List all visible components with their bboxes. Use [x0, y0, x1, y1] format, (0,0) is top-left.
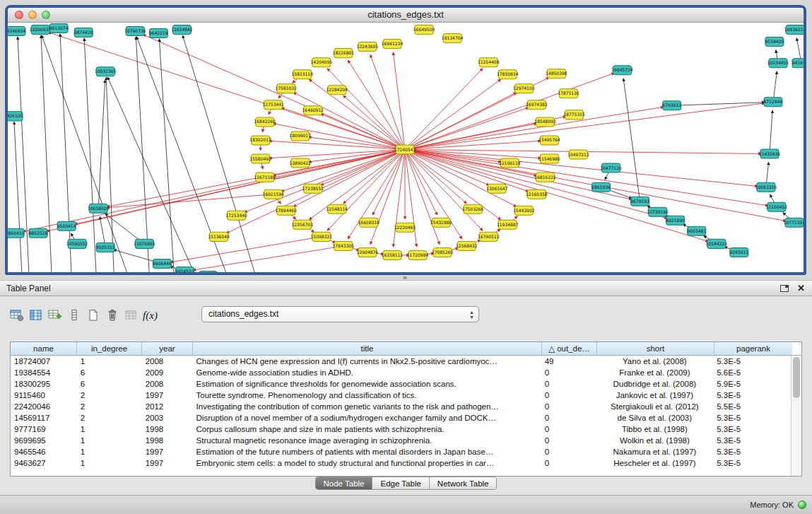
cell-title[interactable]: Estimation of significance thresholds fo…	[193, 378, 541, 390]
cell-year[interactable]: 2008	[142, 356, 193, 367]
network-node[interactable]: 11934687	[497, 220, 519, 229]
cell-out_degree[interactable]: 0	[541, 435, 596, 446]
table-scrollbar-thumb[interactable]	[793, 357, 800, 398]
cell-name[interactable]: 18724007	[11, 356, 77, 367]
network-edge[interactable]	[193, 246, 343, 270]
network-node[interactable]: 11034842	[171, 25, 193, 35]
network-node[interactable]: 15443902	[513, 206, 535, 215]
network-node[interactable]: 11435938	[759, 149, 781, 158]
network-edge[interactable]	[170, 237, 322, 262]
cell-title[interactable]: Disruption of a novel member of a sodium…	[193, 412, 541, 424]
new-file-icon[interactable]	[83, 306, 102, 325]
cell-out_degree[interactable]: 0	[541, 378, 596, 390]
cell-title[interactable]: Changes of HCN gene expression and I(f) …	[193, 356, 541, 367]
cell-in_degree[interactable]: 1	[77, 356, 142, 367]
network-node[interactable]: 10771354	[784, 218, 804, 227]
network-node[interactable]: 6793912	[662, 101, 681, 110]
network-edge[interactable]	[393, 52, 405, 149]
network-node[interactable]: 9245012	[729, 247, 748, 257]
network-node[interactable]: 9503414	[57, 221, 76, 230]
close-panel-icon[interactable]: ✕	[797, 284, 805, 293]
network-node[interactable]: 9346834	[8, 27, 26, 36]
cell-pagerank[interactable]: 5.3E-5	[713, 446, 791, 457]
network-edge[interactable]	[623, 78, 640, 201]
cell-name[interactable]: 9777169	[11, 424, 77, 435]
cell-name[interactable]: 9115460	[11, 390, 77, 401]
network-edge[interactable]	[405, 150, 437, 215]
network-node[interactable]: 13061647	[486, 184, 508, 193]
cell-in_degree[interactable]: 1	[77, 435, 142, 446]
network-node[interactable]: 9603481	[687, 226, 706, 235]
cell-name[interactable]: 9465546	[11, 446, 77, 457]
network-node[interactable]: 15495764	[539, 136, 560, 145]
window-zoom-button[interactable]	[42, 11, 50, 19]
column-header-name[interactable]: name	[11, 342, 77, 355]
cell-year[interactable]: 2012	[142, 401, 193, 412]
cell-in_degree[interactable]: 1	[77, 446, 142, 457]
network-edge[interactable]	[348, 60, 405, 149]
cell-title[interactable]: Tourette syndrome. Phenomenology and cla…	[193, 390, 541, 401]
network-node[interactable]: 14204095	[311, 58, 333, 67]
network-node[interactable]: 8921890	[666, 216, 685, 225]
network-edge[interactable]	[98, 80, 105, 209]
network-edge[interactable]	[269, 141, 405, 149]
network-node[interactable]: 10246514	[197, 271, 219, 272]
panel-splitter-handle[interactable]	[403, 276, 407, 279]
network-node[interactable]: 17085260	[432, 247, 454, 257]
cell-short[interactable]: de Silva et al. (2003)	[596, 412, 714, 424]
network-edge[interactable]	[60, 34, 71, 272]
network-node[interactable]: 16961234	[382, 40, 404, 49]
cell-year[interactable]: 1998	[142, 435, 193, 446]
cell-pagerank[interactable]: 5.3E-5	[713, 435, 791, 446]
window-titlebar[interactable]: citations_edges.txt	[8, 8, 804, 23]
network-node[interactable]: 16790513	[478, 232, 500, 241]
table-row[interactable]: 1938455462009Genome-wide association stu…	[11, 367, 791, 378]
network-node[interactable]: 12671188	[254, 173, 276, 182]
network-node[interactable]: 12243605	[357, 42, 379, 52]
trash-icon[interactable]	[102, 306, 122, 325]
network-node[interactable]: 11546980	[539, 154, 560, 163]
cell-name[interactable]: 19384554	[11, 367, 77, 378]
cell-in_degree[interactable]: 1	[77, 457, 142, 469]
column-icon[interactable]	[64, 306, 83, 325]
network-node[interactable]: 8613074	[49, 24, 69, 33]
network-node[interactable]: 18226801	[333, 49, 355, 58]
network-node[interactable]: 10936214	[784, 25, 804, 35]
network-node[interactable]: 17240543	[394, 145, 416, 154]
cell-pagerank[interactable]: 5.3E-5	[713, 457, 791, 469]
network-node[interactable]: 15098321	[311, 232, 333, 241]
cell-short[interactable]: Stergiakouli et al. (2012)	[596, 401, 714, 412]
table-row[interactable]: 946362711997Embryonic stem cells: a mode…	[11, 457, 791, 469]
table-row[interactable]: 946554611997Estimation of the future num…	[11, 446, 791, 457]
network-node[interactable]: 18302017	[249, 136, 271, 145]
cell-pagerank[interactable]: 5.5E-5	[713, 401, 791, 412]
network-node[interactable]: 15823118	[291, 70, 313, 79]
network-node[interactable]: 17850834	[497, 70, 519, 79]
network-node[interactable]: 10083310	[755, 182, 777, 192]
network-node[interactable]: 16460912	[302, 106, 324, 115]
cell-pagerank[interactable]: 5.3E-5	[713, 390, 791, 401]
network-node[interactable]: 12100452	[766, 202, 788, 211]
network-edge[interactable]	[327, 69, 405, 150]
network-node[interactable]: 8906446	[153, 259, 172, 268]
cell-in_degree[interactable]: 2	[77, 401, 142, 412]
network-node[interactable]: 11076865	[134, 239, 155, 248]
network-node[interactable]: 17253440	[225, 211, 247, 220]
network-node[interactable]: 10234455	[767, 59, 789, 68]
network-node[interactable]: 8852518	[29, 228, 48, 238]
cell-pagerank[interactable]: 5.9E-5	[713, 378, 791, 390]
network-node[interactable]: 15136049	[208, 232, 230, 241]
table-row[interactable]: 1872400712008Changes of HCN gene express…	[11, 356, 791, 367]
network-node[interactable]: 18548093	[534, 117, 556, 127]
network-edge[interactable]	[14, 122, 22, 272]
cell-short[interactable]: Tibbo et al. (1998)	[596, 424, 714, 435]
float-panel-icon[interactable]	[780, 285, 789, 292]
network-node[interactable]: 17503266	[462, 204, 484, 214]
network-node[interactable]: 17581032	[275, 84, 297, 93]
network-edge[interactable]	[405, 107, 664, 149]
cell-year[interactable]: 1997	[142, 446, 193, 457]
network-node[interactable]: 9416906	[792, 59, 804, 68]
cell-in_degree[interactable]: 2	[77, 412, 142, 424]
table-row[interactable]: 911546021997Tourette syndrome. Phenomeno…	[11, 390, 791, 401]
network-node[interactable]: 9924503	[175, 267, 194, 272]
